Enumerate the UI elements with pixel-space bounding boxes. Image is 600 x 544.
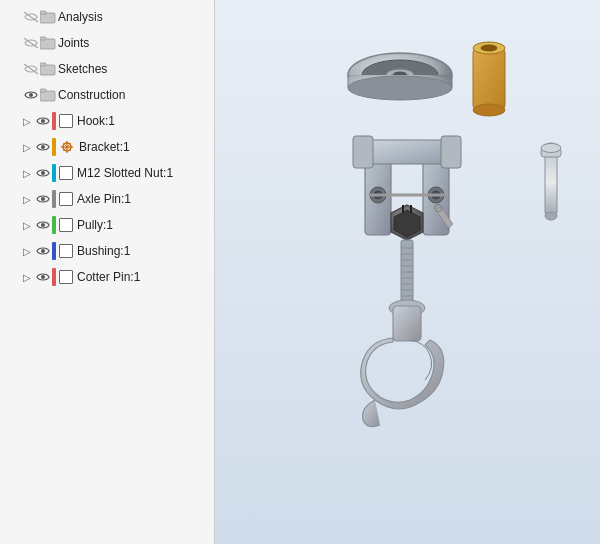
svg-rect-28 — [473, 48, 505, 110]
svg-point-12 — [41, 119, 45, 123]
analysis-folder-icon — [40, 9, 56, 25]
tree-item-sketches-label: Sketches — [58, 62, 107, 76]
svg-rect-5 — [40, 37, 46, 40]
tree-item-analysis[interactable]: Analysis — [0, 4, 214, 30]
svg-point-19 — [41, 223, 45, 227]
svg-point-18 — [41, 197, 45, 201]
color-bar-pully — [52, 216, 56, 234]
tree-item-construction[interactable]: Construction — [0, 82, 214, 108]
color-bar-bracket — [52, 138, 56, 156]
svg-point-13 — [41, 145, 45, 149]
expand-arrow-hook[interactable]: ▷ — [20, 114, 34, 128]
tree-item-joints-label: Joints — [58, 36, 89, 50]
tree-item-pully-label: Pully:1 — [77, 218, 113, 232]
box-icon-hook — [59, 114, 73, 128]
eye-icon-cotterpin[interactable] — [34, 268, 52, 286]
svg-rect-7 — [40, 65, 55, 75]
tree-item-analysis-label: Analysis — [58, 10, 103, 24]
tree-item-bracket[interactable]: ▷ Bracket:1 — [0, 134, 214, 160]
tree-item-cotterpin-label: Cotter Pin:1 — [77, 270, 140, 284]
svg-point-17 — [41, 171, 45, 175]
tree-item-sketches[interactable]: Sketches — [0, 56, 214, 82]
tree-item-bushing[interactable]: ▷ Bushing:1 — [0, 238, 214, 264]
svg-rect-4 — [40, 39, 55, 49]
svg-point-31 — [481, 45, 497, 51]
eye-icon-bushing[interactable] — [34, 242, 52, 260]
svg-point-20 — [41, 249, 45, 253]
tree-item-axlepin-label: Axle Pin:1 — [77, 192, 131, 206]
box-icon-pully — [59, 218, 73, 232]
color-bar-m12nut — [52, 164, 56, 182]
3d-viewport[interactable] — [215, 0, 600, 544]
box-icon-bushing — [59, 244, 73, 258]
screw-shaft — [401, 240, 413, 305]
svg-point-36 — [545, 212, 557, 220]
tree-item-hook-label: Hook:1 — [77, 114, 115, 128]
eye-icon-sketches[interactable] — [22, 60, 40, 78]
eye-icon-m12nut[interactable] — [34, 164, 52, 182]
expand-arrow-cotterpin[interactable]: ▷ — [20, 270, 34, 284]
joints-folder-icon — [40, 35, 56, 51]
box-icon-axlepin — [59, 192, 73, 206]
svg-point-30 — [473, 104, 505, 116]
tree-item-bushing-label: Bushing:1 — [77, 244, 130, 258]
tree-item-axlepin[interactable]: ▷ Axle Pin:1 — [0, 186, 214, 212]
expand-arrow-sketches[interactable] — [8, 62, 22, 76]
eye-icon-axlepin[interactable] — [34, 190, 52, 208]
bracket-icon — [59, 139, 75, 155]
color-bar-bushing — [52, 242, 56, 260]
svg-rect-1 — [40, 13, 55, 23]
svg-point-35 — [541, 144, 561, 153]
tree-item-cotterpin[interactable]: ▷ Cotter Pin:1 — [0, 264, 214, 290]
component-tree[interactable]: Analysis Joints — [0, 0, 215, 544]
svg-point-9 — [29, 93, 33, 97]
svg-rect-32 — [545, 148, 557, 216]
tree-item-joints[interactable]: Joints — [0, 30, 214, 56]
eye-icon-joints[interactable] — [22, 34, 40, 52]
tree-item-pully[interactable]: ▷ Pully:1 — [0, 212, 214, 238]
svg-rect-63 — [393, 306, 421, 341]
construction-folder-icon — [40, 87, 56, 103]
tree-item-construction-label: Construction — [58, 88, 125, 102]
eye-icon-hook[interactable] — [34, 112, 52, 130]
svg-rect-39 — [363, 140, 453, 164]
svg-rect-40 — [353, 136, 373, 168]
svg-point-21 — [41, 275, 45, 279]
svg-rect-10 — [40, 91, 55, 101]
expand-arrow-construction[interactable] — [8, 88, 22, 102]
expand-arrow-joints[interactable] — [8, 36, 22, 50]
svg-rect-11 — [40, 89, 46, 92]
tree-item-m12nut-label: M12 Slotted Nut:1 — [77, 166, 173, 180]
expand-arrow-analysis[interactable] — [8, 10, 22, 24]
box-icon-m12nut — [59, 166, 73, 180]
eye-icon-construction[interactable] — [22, 86, 40, 104]
eye-icon-bracket[interactable] — [34, 138, 52, 156]
color-bar-axlepin — [52, 190, 56, 208]
box-icon-cotterpin — [59, 270, 73, 284]
expand-arrow-axlepin[interactable]: ▷ — [20, 192, 34, 206]
tree-item-hook[interactable]: ▷ Hook:1 — [0, 108, 214, 134]
eye-icon-pully[interactable] — [34, 216, 52, 234]
svg-rect-51 — [401, 240, 413, 305]
color-bar-hook — [52, 112, 56, 130]
sketches-folder-icon — [40, 61, 56, 77]
svg-rect-8 — [40, 63, 46, 66]
color-bar-cotterpin — [52, 268, 56, 286]
eye-icon-analysis[interactable] — [22, 8, 40, 26]
svg-point-27 — [348, 76, 452, 100]
expand-arrow-bracket[interactable]: ▷ — [20, 140, 34, 154]
tree-item-m12nut[interactable]: ▷ M12 Slotted Nut:1 — [0, 160, 214, 186]
expand-arrow-pully[interactable]: ▷ — [20, 218, 34, 232]
3d-scene — [215, 0, 600, 544]
expand-arrow-m12nut[interactable]: ▷ — [20, 166, 34, 180]
expand-arrow-bushing[interactable]: ▷ — [20, 244, 34, 258]
svg-rect-41 — [441, 136, 461, 168]
svg-rect-2 — [40, 11, 46, 14]
tree-item-bracket-label: Bracket:1 — [79, 140, 130, 154]
